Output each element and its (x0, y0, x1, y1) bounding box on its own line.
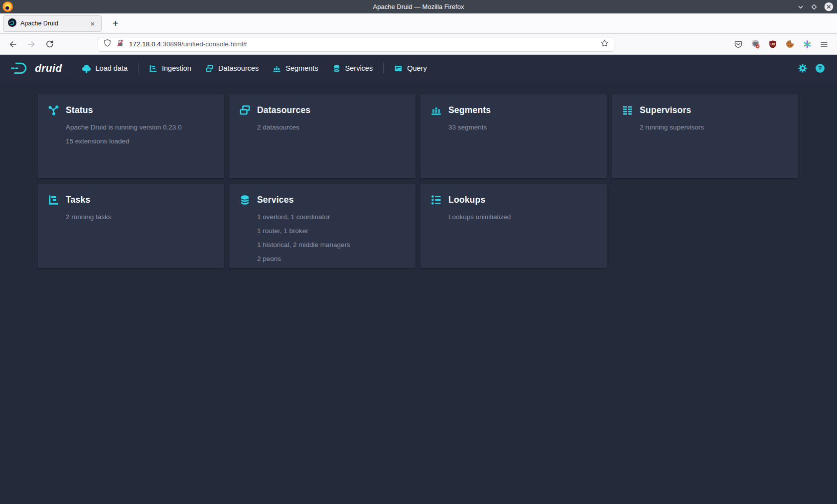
gantt-chart-icon (149, 64, 157, 73)
asterisk-extension-icon[interactable] (803, 40, 812, 49)
nav-item-load-data[interactable]: Load data (75, 55, 135, 82)
forward-button[interactable] (27, 40, 36, 49)
properties-icon (430, 194, 442, 206)
window-maximize-icon[interactable] (811, 3, 818, 10)
database-icon (332, 64, 341, 73)
ublock-shield-icon[interactable]: UD (768, 40, 777, 49)
window-titlebar: Apache Druid — Mozilla Firefox (0, 0, 837, 13)
card-title: Tasks (66, 195, 90, 205)
tab-apache-druid[interactable]: Apache Druid × (3, 15, 102, 32)
graph-icon (48, 105, 59, 116)
card-status[interactable]: Status Apache Druid is running version 0… (38, 94, 224, 178)
menu-hamburger-icon[interactable] (820, 40, 829, 49)
nav-item-segments[interactable]: Segments (266, 55, 325, 82)
nav-item-label: Segments (285, 64, 318, 72)
nav-item-query[interactable]: Query (387, 55, 434, 82)
new-tab-button[interactable]: + (110, 18, 122, 28)
nav-item-label: Load data (96, 64, 128, 72)
card-line: 1 historical, 2 middle managers (257, 238, 406, 252)
nav-item-label: Query (407, 64, 427, 72)
card-segments[interactable]: Segments 33 segments (420, 94, 607, 178)
card-title: Datasources (257, 105, 310, 116)
window-title: Apache Druid — Mozilla Firefox (373, 3, 464, 10)
bar-chart-icon (430, 105, 442, 116)
druid-brand-text: druid (35, 62, 62, 74)
cloud-upload-icon (82, 64, 91, 73)
console-icon (394, 64, 403, 73)
cookie-extension-icon[interactable] (785, 39, 795, 49)
card-line: 2 running supervisors (640, 121, 788, 134)
card-title: Lookups (448, 195, 485, 205)
nav-item-datasources[interactable]: Datasources (198, 55, 266, 82)
navbar-divider (71, 63, 71, 74)
multi-select-icon (239, 105, 251, 116)
card-tasks[interactable]: Tasks 2 running tasks (38, 184, 224, 268)
url-text[interactable]: 172.18.0.4:30899/unified-console.html# (129, 40, 596, 48)
druid-navbar: druid Load data Ingestion Datasources Se… (0, 55, 837, 82)
tab-bar: Apache Druid × + (0, 13, 837, 34)
nav-item-label: Datasources (218, 64, 259, 72)
reload-button[interactable] (45, 40, 54, 48)
nav-item-label: Services (345, 64, 373, 72)
svg-text:?: ? (818, 65, 822, 72)
card-line: 33 segments (448, 121, 597, 134)
tracking-shield-icon[interactable] (103, 39, 112, 49)
tab-title: Apache Druid (20, 20, 84, 27)
card-line: 1 overlord, 1 coordinator (257, 210, 406, 224)
navbar-divider (138, 63, 139, 74)
help-icon[interactable]: ? (815, 63, 825, 73)
url-path: :30899/unified-console.html# (161, 40, 247, 48)
nav-item-label: Ingestion (162, 64, 191, 72)
card-title: Services (257, 195, 294, 205)
card-lookups[interactable]: Lookups Lookups uninitialized (420, 184, 607, 268)
card-line: 2 peons (257, 252, 406, 266)
druid-logo-icon (9, 61, 31, 75)
card-title: Status (66, 105, 93, 116)
list-columns-icon (622, 105, 633, 116)
card-line: 2 running tasks (66, 210, 214, 224)
card-services[interactable]: Services 1 overlord, 1 coordinator 1 rou… (229, 184, 416, 268)
browser-toolbar: 172.18.0.4:30899/unified-console.html# U… (0, 34, 837, 55)
card-line: Apache Druid is running version 0.23.0 (66, 121, 214, 134)
settings-gear-icon[interactable] (798, 63, 808, 73)
gantt-chart-icon (48, 194, 59, 206)
card-datasources[interactable]: Datasources 2 datasources (229, 94, 416, 178)
window-shade-icon[interactable] (797, 3, 804, 10)
tab-favicon-druid-icon (8, 18, 16, 29)
card-line: 1 router, 1 broker (257, 224, 406, 238)
url-host: 172.18.0.4 (129, 40, 161, 48)
privacy-extension-icon[interactable] (751, 39, 760, 49)
insecure-lock-icon[interactable] (116, 39, 125, 49)
pocket-icon[interactable] (734, 40, 743, 49)
back-button[interactable] (8, 40, 17, 49)
svg-text:UD: UD (770, 42, 775, 46)
bar-chart-icon (273, 64, 281, 73)
card-line: Lookups uninitialized (448, 210, 597, 224)
database-icon (239, 194, 251, 206)
druid-logo[interactable]: druid (8, 61, 67, 75)
bookmark-star-icon[interactable] (600, 39, 609, 49)
firefox-logo-icon (2, 1, 13, 12)
multi-select-icon (205, 64, 214, 73)
card-title: Supervisors (640, 105, 691, 116)
navbar-divider (383, 63, 384, 74)
card-line: 15 extensions loaded (66, 134, 214, 148)
nav-item-services[interactable]: Services (325, 55, 380, 82)
tab-close-icon[interactable]: × (88, 19, 97, 28)
url-bar[interactable]: 172.18.0.4:30899/unified-console.html# (98, 37, 614, 52)
window-close-icon[interactable] (824, 2, 834, 11)
card-supervisors[interactable]: Supervisors 2 running supervisors (612, 94, 798, 178)
home-view: Status Apache Druid is running version 0… (0, 82, 837, 504)
card-line: 2 datasources (257, 121, 406, 134)
nav-item-ingestion[interactable]: Ingestion (142, 55, 198, 82)
card-title: Segments (448, 105, 491, 116)
